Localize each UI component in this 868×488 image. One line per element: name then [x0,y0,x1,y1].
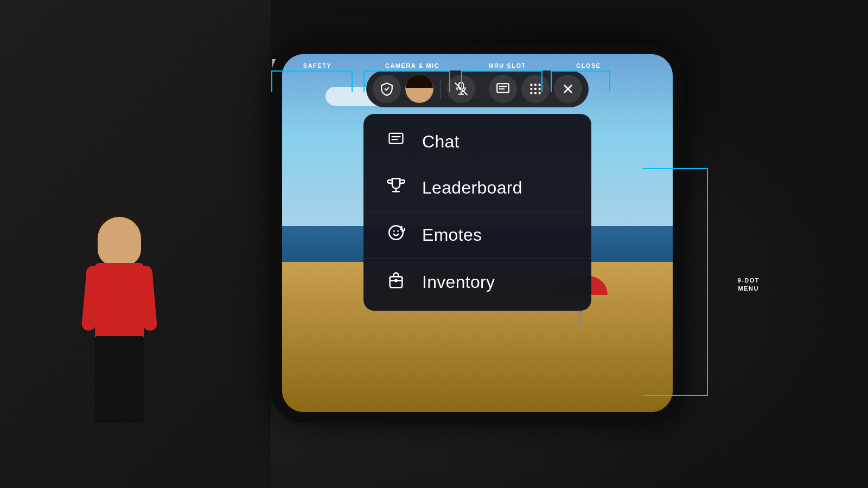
menu-item-leaderboard[interactable]: Leaderboard [363,164,591,211]
chat-icon [496,82,510,96]
svg-point-11 [530,92,532,94]
avatar-torso [95,263,144,339]
emote-face-icon [387,223,405,242]
close-button[interactable] [554,75,582,103]
svg-rect-16 [390,133,403,144]
close-icon [561,82,575,96]
svg-point-10 [538,88,540,90]
bag-icon [387,271,405,289]
svg-point-5 [530,84,532,86]
svg-point-9 [534,88,537,90]
svg-point-7 [538,84,540,86]
inventory-menu-icon [385,271,407,293]
trophy-icon [387,176,405,195]
chat-toolbar-button[interactable] [489,75,517,103]
inventory-menu-label: Inventory [422,272,495,292]
leaderboard-menu-label: Leaderboard [422,178,522,198]
leaderboard-menu-icon [385,176,407,199]
toolbar-separator-1 [440,79,441,99]
nine-dot-menu-label: 9-DOT MENU [738,277,760,293]
emotes-menu-label: Emotes [422,225,482,245]
menu-item-chat[interactable]: Chat [363,119,591,164]
mini-hair [406,75,433,88]
menu-item-inventory[interactable]: Inventory [363,259,591,305]
avatar-head [98,217,141,266]
toolbar-separator-2 [482,79,482,99]
avatar-icon [405,75,433,103]
chat-bubble-icon [388,131,404,147]
svg-point-13 [538,92,540,94]
mic-off-icon [454,82,468,96]
toolbar [366,70,589,107]
svg-point-22 [393,230,395,232]
annotation-safety-label: SAFETY [271,62,363,69]
annotation-labels-top: SAFETY CAMERA & MIC MRU SLOT CLOSE [271,62,624,69]
svg-point-8 [530,88,532,90]
chat-menu-icon [385,131,407,152]
svg-point-6 [534,84,537,86]
annotation-camera-label: CAMERA & MIC [363,62,461,69]
svg-point-12 [534,92,537,94]
emotes-menu-icon [385,223,407,246]
svg-rect-2 [497,84,509,92]
chat-menu-label: Chat [422,132,459,152]
avatar-button[interactable] [405,75,433,103]
dropdown-menu: Chat Leaderboard [363,114,591,311]
svg-point-23 [397,230,399,232]
safety-button[interactable] [373,75,401,103]
nine-dot-button[interactable] [521,75,550,103]
grid-nine-icon [528,82,542,96]
svg-point-26 [394,279,398,282]
annotation-close-label: CLOSE [553,62,624,69]
avatar-area [0,0,271,488]
mic-button[interactable] [447,75,475,103]
vr-device-frame: Chat Leaderboard [271,43,684,423]
menu-item-emotes[interactable]: Emotes [363,211,591,259]
annotation-mru-label: MRU SLOT [461,62,553,69]
avatar-figure [65,217,174,445]
vr-screen: Chat Leaderboard [282,54,673,412]
svg-point-21 [389,226,403,240]
nine-dot-bracket [643,168,708,396]
avatar-legs [95,336,144,423]
shield-check-icon [380,82,394,96]
